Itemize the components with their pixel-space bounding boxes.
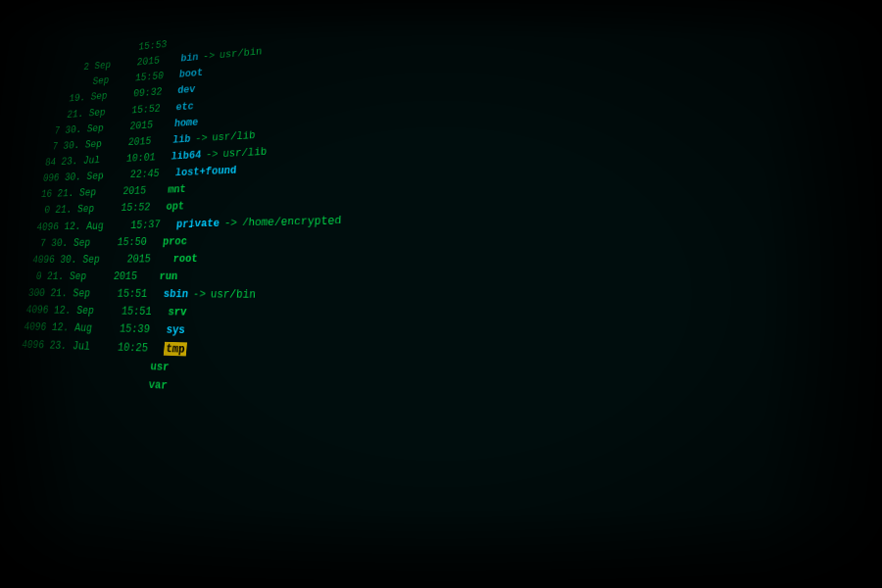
terminal-content: 15:53 2 Sep 2015 bin -> usr/bin Sep 15:5… <box>0 0 882 588</box>
tmp-directory: tmp <box>164 341 187 356</box>
list-item: 0 21. Sep 2015 run <box>29 265 882 288</box>
terminal-window: 15:53 2 Sep 2015 bin -> usr/bin Sep 15:5… <box>0 0 882 588</box>
